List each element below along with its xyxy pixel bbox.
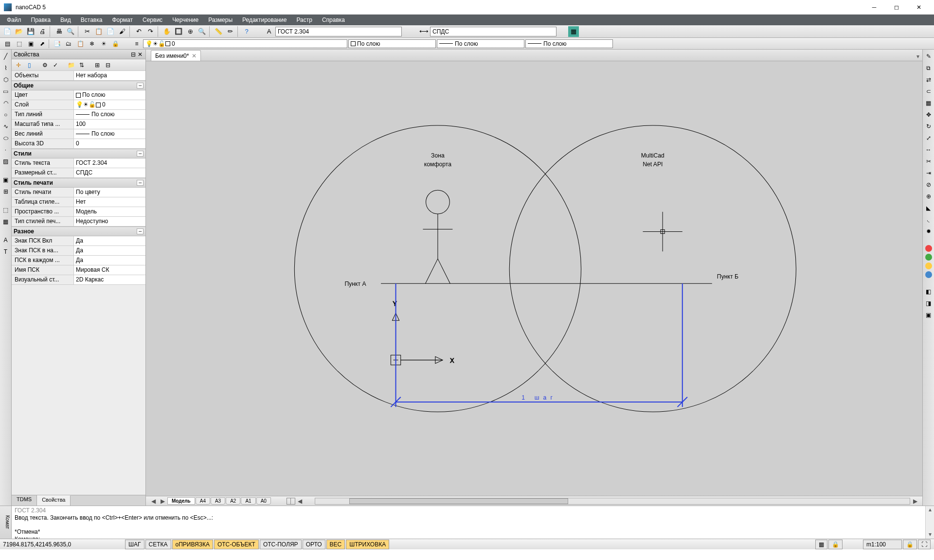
menu-help[interactable]: Справка: [317, 16, 350, 24]
color-combo[interactable]: По слою: [348, 39, 436, 48]
scale-icon[interactable]: ⤢: [924, 133, 934, 143]
layerstate-icon[interactable]: 📑: [52, 39, 62, 49]
menu-dim[interactable]: Размеры: [203, 16, 237, 24]
prop-ptable-val[interactable]: Нет: [74, 197, 145, 207]
erase-icon[interactable]: ✎: [924, 52, 934, 61]
collapse-icon[interactable]: ⊟: [103, 60, 113, 70]
doc-tab-dropdown-icon[interactable]: ▾: [914, 52, 922, 61]
quicksel-icon[interactable]: ⚙: [40, 60, 50, 70]
coords-readout[interactable]: 71984.8175,42145.9635,0: [3, 541, 125, 548]
array-icon[interactable]: ▦: [924, 98, 934, 108]
prop-ltype-val[interactable]: По слою: [74, 110, 145, 119]
prop-ucsicon-val[interactable]: Да: [74, 236, 145, 245]
zoomext-icon[interactable]: ⊕: [185, 26, 196, 37]
polar-button[interactable]: ОТС-ПОЛЯР: [260, 540, 302, 549]
grip2-icon[interactable]: ◨: [924, 298, 934, 308]
doc-tab-close-icon[interactable]: ✕: [192, 52, 197, 59]
textstyle-icon[interactable]: A: [264, 26, 274, 37]
plot-icon[interactable]: 🖶: [54, 26, 64, 37]
offset-icon[interactable]: ⊂: [924, 87, 934, 96]
prop-height3d-val[interactable]: 0: [74, 139, 145, 148]
line-icon[interactable]: ╱: [1, 52, 11, 61]
addsel-icon[interactable]: ✛: [14, 60, 23, 70]
prop-lweight-val[interactable]: По слою: [74, 129, 145, 139]
arc-icon[interactable]: ◠: [1, 98, 11, 108]
minimize-button[interactable]: ─: [863, 0, 885, 15]
layout-tab-a0[interactable]: A0: [256, 497, 271, 505]
explode-icon[interactable]: ✹: [924, 227, 934, 236]
zoomwin-icon[interactable]: 🔲: [173, 26, 184, 37]
undo-icon[interactable]: ↶: [133, 26, 144, 37]
rect-icon[interactable]: ▭: [1, 87, 11, 96]
close-button[interactable]: ✕: [908, 0, 930, 15]
break-icon[interactable]: ⊘: [924, 180, 934, 190]
modelspace-button[interactable]: ▦: [815, 540, 827, 549]
grip3-icon[interactable]: ▣: [924, 310, 934, 320]
scale-readout[interactable]: m1:100: [863, 540, 902, 549]
cat-icon[interactable]: 📁: [66, 60, 76, 70]
zoomprev-icon[interactable]: 🔍: [197, 26, 207, 37]
extend-icon[interactable]: ⇥: [924, 168, 934, 178]
color1-icon[interactable]: [925, 245, 932, 252]
block-icon[interactable]: ▣: [1, 175, 11, 185]
preview-icon[interactable]: 🔍: [65, 26, 76, 37]
cat-general[interactable]: Общие−: [12, 81, 145, 90]
laylock-icon[interactable]: 🔒: [110, 39, 121, 49]
lock-button[interactable]: 🔒: [828, 540, 843, 549]
cat-misc[interactable]: Разное−: [12, 227, 145, 236]
mtext-icon[interactable]: A: [1, 235, 11, 245]
panel-close-icon[interactable]: ✕: [137, 51, 144, 58]
lwt-button[interactable]: ВЕС: [326, 540, 345, 549]
model-tab[interactable]: Модель: [167, 497, 195, 505]
grip1-icon[interactable]: ◧: [924, 287, 934, 297]
layiso-icon[interactable]: 📋: [75, 39, 86, 49]
mirror-icon[interactable]: ⇄: [924, 75, 934, 85]
panel-tab-props[interactable]: Свойства: [37, 495, 71, 506]
chamfer-icon[interactable]: ◣: [924, 203, 934, 213]
selectwin-icon[interactable]: ▣: [25, 39, 36, 49]
menu-raster[interactable]: Растр: [291, 16, 317, 24]
qselect-icon[interactable]: ⬈: [37, 39, 48, 49]
region-icon[interactable]: ⬚: [1, 205, 11, 215]
laythaw-icon[interactable]: ☀: [98, 39, 109, 49]
table-icon[interactable]: ▦: [1, 217, 11, 227]
text-icon[interactable]: T: [1, 247, 11, 257]
scale-lock-icon[interactable]: 🔒: [903, 540, 917, 549]
tablestyle-icon[interactable]: ▦: [568, 26, 579, 37]
prop-pstyle-val[interactable]: По цвету: [74, 188, 145, 197]
ortho-button[interactable]: ОРТО: [303, 540, 325, 549]
prop-pstype-val[interactable]: Недоступно: [74, 217, 145, 226]
area-icon[interactable]: ✏: [225, 26, 235, 37]
pickadd-icon[interactable]: ✓: [51, 60, 60, 70]
prop-vstyle-val[interactable]: 2D Каркас: [74, 275, 145, 284]
cut-icon[interactable]: ✂: [82, 26, 92, 37]
trim-icon[interactable]: ✂: [924, 157, 934, 166]
menu-modify[interactable]: Редактирование: [237, 16, 291, 24]
layout-tab-a3[interactable]: A3: [211, 497, 225, 505]
select-icon[interactable]: ⬚: [14, 39, 24, 49]
copy-icon[interactable]: 📋: [93, 26, 104, 37]
menu-insert[interactable]: Вставка: [76, 16, 108, 24]
sort-icon[interactable]: ⇅: [77, 60, 87, 70]
hscroll-left-icon[interactable]: ◀: [296, 498, 305, 505]
layout-tab-a1[interactable]: A1: [241, 497, 255, 505]
menu-file[interactable]: Файл: [2, 16, 26, 24]
cat-plotstyle[interactable]: Стиль печати−: [12, 178, 145, 188]
layer-icon[interactable]: ≡: [131, 39, 142, 49]
copy-mod-icon[interactable]: ⧉: [924, 63, 934, 73]
layerprops-icon[interactable]: ▤: [2, 39, 13, 49]
panel-tab-tdms[interactable]: TDMS: [12, 495, 37, 506]
fullscreen-icon[interactable]: ⛶: [918, 540, 931, 549]
move-icon[interactable]: ✥: [924, 110, 934, 120]
prop-layer-val[interactable]: 💡☀🔓0: [74, 100, 145, 109]
menu-view[interactable]: Вид: [55, 16, 76, 24]
stretch-icon[interactable]: ↔: [924, 145, 934, 155]
color3-icon[interactable]: [925, 262, 932, 269]
color2-icon[interactable]: [925, 254, 932, 261]
matchprop-icon[interactable]: 🖌: [117, 26, 127, 37]
snap-button[interactable]: ШАГ: [125, 540, 144, 549]
fillet-icon[interactable]: ◟: [924, 215, 934, 225]
prop-ucsorigin-val[interactable]: Да: [74, 246, 145, 255]
dist-icon[interactable]: 📏: [213, 26, 224, 37]
save-icon[interactable]: 💾: [25, 26, 36, 37]
